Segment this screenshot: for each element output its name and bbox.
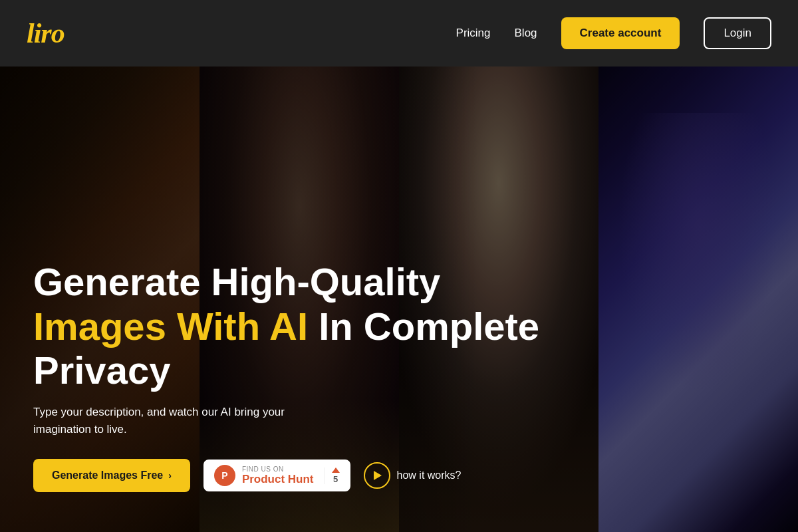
login-button[interactable]: Login [704,17,771,49]
product-hunt-upvote[interactable]: 5 [325,467,340,484]
upvote-triangle-icon [332,467,340,473]
hero-section: Generate High-Quality Images With AI In … [0,66,798,532]
hero-subtitle: Type your description, and watch our AI … [33,404,313,438]
create-account-button[interactable]: Create account [561,17,680,49]
pricing-link[interactable]: Pricing [456,27,491,40]
product-hunt-icon: P [214,465,235,486]
how-it-works-label: how it works? [397,469,462,481]
play-button[interactable] [364,462,390,489]
hero-title-line2: Images With AI In Complete Privacy [33,305,632,393]
blog-link[interactable]: Blog [515,27,537,40]
play-icon [374,471,382,480]
generate-arrow-icon: › [168,470,172,481]
hero-title-line1: Generate High-Quality [33,260,499,305]
generate-button[interactable]: Generate Images Free › [33,459,190,492]
product-hunt-badge[interactable]: P FIND US ON Product Hunt 5 [203,460,350,491]
logo[interactable]: liro [27,17,456,49]
hero-title-yellow: Images With AI [33,305,308,348]
navbar: liro Pricing Blog Create account Login [0,0,798,66]
hero-actions: Generate Images Free › P FIND US ON Prod… [33,459,765,492]
product-hunt-find-us: FIND US ON [242,466,314,473]
upvote-count: 5 [333,474,338,484]
nav-links: Pricing Blog Create account Login [456,17,771,49]
product-hunt-name: Product Hunt [242,473,314,486]
generate-button-label: Generate Images Free [52,469,163,481]
how-it-works[interactable]: how it works? [364,462,462,489]
hero-content: Generate High-Quality Images With AI In … [0,66,798,532]
product-hunt-text: FIND US ON Product Hunt [242,466,314,486]
